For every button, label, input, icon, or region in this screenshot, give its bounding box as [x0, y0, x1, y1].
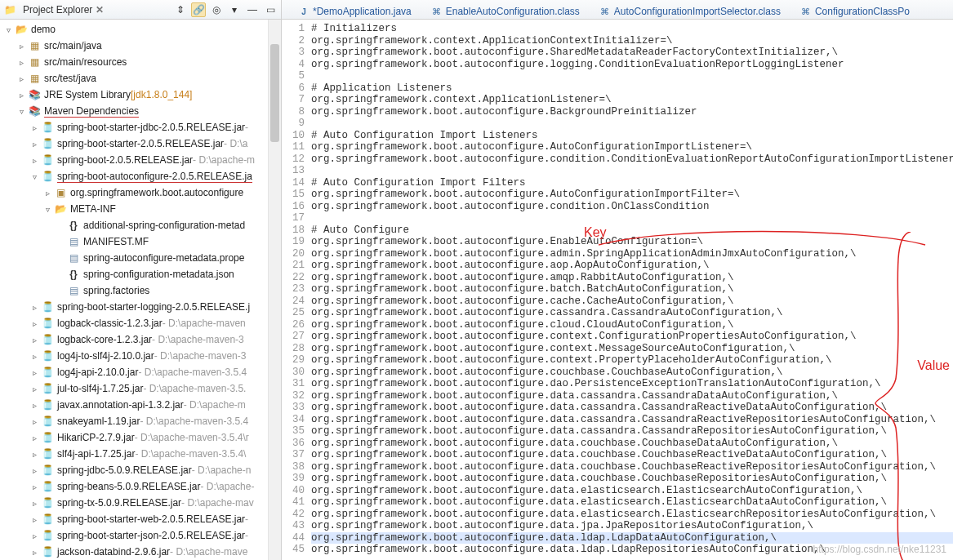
twisty-icon[interactable]: ▹ — [29, 367, 39, 377]
tree-item[interactable]: ▹🫙jackson-databind-2.9.6.jar - D:\apache… — [0, 544, 281, 560]
tree-item[interactable]: ▹▦src/main/resources — [0, 54, 281, 70]
tree-item[interactable]: {}spring-configuration-metadata.json — [0, 266, 281, 282]
tree-item-label: jul-to-slf4j-1.7.25.jar — [57, 383, 143, 394]
code-content[interactable]: # Initializersorg.springframework.contex… — [310, 20, 953, 560]
tree-item-label: log4j-to-slf4j-2.10.0.jar — [57, 350, 154, 362]
editor-tab[interactable]: J*DemoApplication.java — [292, 4, 418, 19]
twisty-icon[interactable] — [56, 286, 65, 296]
twisty-icon[interactable] — [56, 237, 65, 247]
twisty-icon[interactable] — [56, 220, 65, 230]
twisty-icon[interactable]: ▹ — [29, 139, 39, 149]
tree-item[interactable]: ▹🫙logback-classic-1.2.3.jar - D:\apache-… — [0, 315, 281, 331]
tree-item[interactable]: ▹🫙spring-boot-starter-json-2.0.5.RELEASE… — [0, 527, 281, 544]
twisty-icon[interactable]: ▹ — [29, 465, 39, 475]
tree-item[interactable]: ▹🫙log4j-to-slf4j-2.10.0.jar - D:\apache-… — [0, 348, 281, 364]
tree-item-label: log4j-api-2.10.0.jar — [57, 367, 138, 378]
tree-item[interactable]: ▹🫙log4j-api-2.10.0.jar - D:\apache-maven… — [0, 364, 281, 380]
code-area[interactable]: 1234567891011121314151617181920212223242… — [282, 20, 953, 560]
tree-item[interactable]: ▹🫙spring-boot-starter-logging-2.0.5.RELE… — [0, 299, 281, 315]
tree-item[interactable]: ▿📚Maven Dependencies — [0, 103, 281, 119]
close-icon[interactable]: ✕ — [96, 4, 104, 16]
twisty-icon[interactable]: ▹ — [29, 384, 39, 393]
explorer-icon: 📁 — [3, 3, 16, 16]
tree-item[interactable]: ▹🫙spring-jdbc-5.0.9.RELEASE.jar - D:\apa… — [0, 462, 281, 478]
tree-item[interactable]: ▹🫙spring-beans-5.0.9.RELEASE.jar - D:\ap… — [0, 478, 281, 495]
tree-item[interactable]: ▹▦src/main/java — [0, 38, 281, 54]
tree-item[interactable]: {}additional-spring-configuration-metad — [0, 217, 281, 233]
tree-item[interactable]: ▹▦src/test/java — [0, 70, 281, 87]
twisty-icon[interactable]: ▹ — [29, 433, 39, 442]
twisty-icon[interactable]: ▿ — [29, 171, 39, 181]
twisty-icon[interactable]: ▹ — [29, 547, 39, 557]
tree-item[interactable]: ▹📚JRE System Library [jdk1.8.0_144] — [0, 87, 281, 103]
tree-item[interactable]: ▹🫙spring-tx-5.0.9.RELEASE.jar - D:\apach… — [0, 495, 281, 511]
project-tree[interactable]: ▿📂demo▹▦src/main/java▹▦src/main/resource… — [0, 21, 281, 560]
minimize-icon[interactable]: — — [245, 2, 260, 17]
file-icon: ▤ — [67, 251, 80, 264]
tree-item[interactable]: ▹🫙spring-boot-starter-web-2.0.5.RELEASE.… — [0, 511, 281, 527]
twisty-icon[interactable]: ▹ — [29, 335, 39, 344]
tree-item-label: spring-beans-5.0.9.RELEASE.jar — [57, 481, 200, 492]
tree-item[interactable]: ▹🫙slf4j-api-1.7.25.jar - D:\apache-maven… — [0, 446, 281, 462]
twisty-icon[interactable] — [56, 253, 65, 263]
twisty-icon[interactable]: ▹ — [29, 498, 39, 508]
twisty-icon[interactable]: ▹ — [29, 400, 39, 410]
tree-item-label: src/main/resources — [44, 56, 127, 68]
twisty-icon[interactable]: ▹ — [29, 514, 39, 524]
tree-item-suffix: - D:\apache-maven-3.5.4 — [140, 416, 248, 427]
twisty-icon[interactable]: ▹ — [16, 41, 26, 51]
explorer-scrollbar[interactable] — [268, 20, 281, 560]
editor-tab[interactable]: ⌘AutoConfigurationImportSelector.class — [593, 4, 787, 19]
twisty-icon[interactable]: ▹ — [29, 351, 39, 361]
editor-tab[interactable]: ⌘EnableAutoConfiguration.class — [425, 4, 586, 19]
tree-item[interactable]: ▹🫙jul-to-slf4j-1.7.25.jar - D:\apache-ma… — [0, 380, 281, 397]
tree-item[interactable]: ▹🫙spring-boot-2.0.5.RELEASE.jar - D:\apa… — [0, 152, 281, 168]
tree-item-label: spring-boot-2.0.5.RELEASE.jar — [57, 154, 193, 166]
twisty-icon[interactable]: ▹ — [29, 482, 39, 491]
tree-item[interactable]: ▹🫙HikariCP-2.7.9.jar - D:\apache-maven-3… — [0, 429, 281, 446]
view-menu-icon[interactable]: ▾ — [227, 2, 242, 17]
tree-item[interactable]: ▹🫙spring-boot-starter-jdbc-2.0.5.RELEASE… — [0, 119, 281, 136]
tree-item[interactable]: ▹🫙snakeyaml-1.19.jar - D:\apache-maven-3… — [0, 413, 281, 429]
tree-item[interactable]: ▤MANIFEST.MF — [0, 233, 281, 250]
twisty-icon[interactable]: ▹ — [29, 302, 39, 312]
twisty-icon[interactable]: ▹ — [42, 188, 52, 198]
tree-item-suffix: - D:\apache-mav — [181, 497, 254, 509]
tree-item[interactable]: ▹🫙javax.annotation-api-1.3.2.jar - D:\ap… — [0, 397, 281, 413]
twisty-icon[interactable]: ▹ — [29, 122, 39, 132]
twisty-icon[interactable]: ▹ — [29, 531, 39, 540]
tree-item-label: spring-boot-starter-2.0.5.RELEASE.jar — [57, 138, 224, 149]
twisty-icon[interactable]: ▿ — [42, 204, 52, 214]
tree-item[interactable]: ▿📂META-INF — [0, 201, 281, 217]
twisty-icon[interactable]: ▿ — [3, 24, 13, 34]
twisty-icon[interactable]: ▹ — [16, 90, 26, 100]
twisty-icon[interactable]: ▹ — [29, 318, 39, 328]
scrollbar-thumb[interactable] — [270, 44, 279, 142]
twisty-icon[interactable]: ▹ — [29, 416, 39, 426]
editor-tab[interactable]: ⌘ConfigurationClassPo — [794, 4, 916, 19]
twisty-icon[interactable]: ▿ — [16, 106, 26, 116]
explorer-toolbar: ⇕ 🔗 ◎ ▾ — ▭ — [173, 2, 278, 17]
tree-item[interactable]: ▤spring.factories — [0, 282, 281, 299]
tree-item-suffix: - D:\apache-n — [192, 464, 252, 476]
tree-item[interactable]: ▹🫙spring-boot-starter-2.0.5.RELEASE.jar … — [0, 136, 281, 152]
tree-item[interactable]: ▹🫙logback-core-1.2.3.jar - D:\apache-mav… — [0, 331, 281, 348]
class-icon: ⌘ — [599, 6, 611, 17]
twisty-icon[interactable]: ▹ — [16, 57, 26, 67]
maximize-icon[interactable]: ▭ — [263, 2, 278, 17]
link-editor-icon[interactable]: 🔗 — [191, 2, 206, 17]
tree-item[interactable]: ▤spring-autoconfigure-metadata.prope — [0, 250, 281, 266]
tree-item-label: snakeyaml-1.19.jar — [57, 416, 140, 427]
editor-tabs[interactable]: J*DemoApplication.java⌘EnableAutoConfigu… — [282, 0, 953, 20]
twisty-icon[interactable]: ▹ — [29, 155, 39, 165]
twisty-icon[interactable]: ▹ — [16, 73, 26, 83]
tree-item[interactable]: ▿📂demo — [0, 21, 281, 38]
focus-task-icon[interactable]: ◎ — [209, 2, 224, 17]
tree-item-label: META-INF — [70, 203, 116, 215]
tree-item[interactable]: ▿🫙spring-boot-autoconfigure-2.0.5.RELEAS… — [0, 168, 281, 184]
twisty-icon[interactable]: ▹ — [29, 449, 39, 459]
twisty-icon[interactable] — [56, 269, 65, 279]
tree-item[interactable]: ▹▣org.springframework.boot.autoconfigure — [0, 184, 281, 201]
tree-item-label: spring-boot-starter-json-2.0.5.RELEASE.j… — [57, 530, 245, 541]
collapse-all-icon[interactable]: ⇕ — [173, 2, 188, 17]
